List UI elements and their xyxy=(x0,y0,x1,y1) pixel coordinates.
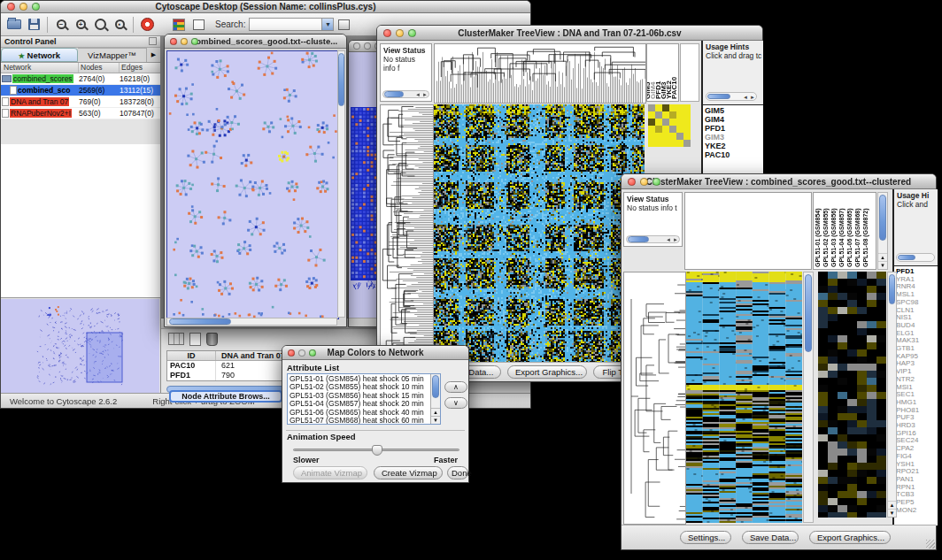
matrix-cell[interactable] xyxy=(662,126,669,133)
scroll-up-icon[interactable]: ▲ xyxy=(888,501,896,509)
close-icon[interactable] xyxy=(7,3,15,11)
tv2-heat-scrollbar[interactable] xyxy=(803,272,814,523)
scroll-down-icon[interactable]: ▼ xyxy=(431,416,440,424)
help-button[interactable] xyxy=(137,16,157,34)
move-up-button[interactable]: ∧ xyxy=(444,381,467,393)
matrix-cell[interactable] xyxy=(683,133,691,140)
done-button[interactable]: Done xyxy=(447,466,468,479)
scroll-down-icon[interactable]: ▼ xyxy=(888,509,896,517)
tv1-row-dendrogram[interactable] xyxy=(380,104,434,368)
vizmap-tool-button[interactable] xyxy=(169,16,189,34)
network-table-row[interactable]: DNA and Tran 07769(0)183728(0) xyxy=(1,96,160,108)
tv2-hints-scrollbar[interactable] xyxy=(896,253,935,262)
minimize-icon[interactable] xyxy=(364,42,371,50)
delete-attribute-icon[interactable] xyxy=(206,333,218,346)
col-edges[interactable]: Edges xyxy=(120,63,160,73)
resize-grip[interactable] xyxy=(926,540,935,548)
matrix-cell[interactable] xyxy=(648,133,655,140)
select-attributes-icon[interactable] xyxy=(168,333,184,345)
matrix-cell[interactable] xyxy=(669,126,676,133)
gene-label[interactable]: GIM4 xyxy=(703,115,763,124)
matrix-cell[interactable] xyxy=(655,104,662,111)
tv2-global-heatmap[interactable] xyxy=(686,272,802,523)
matrix-cell[interactable] xyxy=(655,111,662,119)
gene-label[interactable]: MON2 xyxy=(894,507,938,515)
minimize-icon[interactable] xyxy=(19,3,27,11)
animate-vizmap-button[interactable]: Animate Vizmap xyxy=(293,466,367,479)
gene-label[interactable]: YKE2 xyxy=(703,142,763,150)
matrix-cell[interactable] xyxy=(662,104,669,111)
chevron-down-icon[interactable]: ▼ xyxy=(321,19,333,30)
create-vizmap-button[interactable]: Create Vizmap xyxy=(374,466,443,479)
arrow-right-icon[interactable]: ► xyxy=(673,236,678,243)
tv2-zoom-scrollbar[interactable]: ▲ ▼ xyxy=(887,272,897,518)
tv2-collabels-scrollbar[interactable]: ▲ ▼ xyxy=(877,192,888,270)
matrix-cell[interactable] xyxy=(655,126,662,133)
matrix-cell[interactable] xyxy=(669,133,676,140)
matrix-cell[interactable] xyxy=(669,111,676,119)
open-button[interactable] xyxy=(4,16,24,34)
close-icon[interactable] xyxy=(170,38,177,45)
slider-thumb[interactable] xyxy=(372,445,382,456)
export-graphics-button[interactable]: Export Graphics... xyxy=(507,365,587,379)
matrix-cell[interactable] xyxy=(676,104,683,111)
tv1-hints-scrollbar[interactable]: ◄ ► xyxy=(706,92,757,101)
matrix-cell[interactable] xyxy=(662,119,669,126)
tv1-column-dendrogram[interactable] xyxy=(434,43,646,104)
matrix-cell[interactable] xyxy=(669,140,676,147)
matrix-cell[interactable] xyxy=(676,119,683,126)
network-table-row[interactable]: combined_scores2764(0)16218(0) xyxy=(1,73,160,85)
network-canvas[interactable] xyxy=(166,50,339,319)
matrix-cell[interactable] xyxy=(648,104,655,111)
zoom-window-icon[interactable] xyxy=(191,38,198,45)
new-attribute-icon[interactable] xyxy=(189,333,201,346)
zoom-fit-button[interactable] xyxy=(90,16,110,34)
dialog-titlebar[interactable]: Map Colors to Network xyxy=(282,346,468,360)
attribute-item[interactable]: GPL51-07 (GSM868) heat shock 60 min xyxy=(290,417,440,425)
matrix-cell[interactable] xyxy=(676,133,683,140)
matrix-cell[interactable] xyxy=(648,126,655,133)
matrix-cell[interactable] xyxy=(683,140,691,147)
tab-vizmapper[interactable]: VizMapper™ xyxy=(78,48,146,62)
matrix-cell[interactable] xyxy=(669,119,676,126)
network-vscrollbar[interactable] xyxy=(337,50,345,318)
matrix-cell[interactable] xyxy=(683,119,691,126)
tv2-column-dendrogram[interactable] xyxy=(684,192,812,270)
gene-label[interactable]: GIM5 xyxy=(703,106,763,115)
treeview2-titlebar[interactable]: ClusterMaker TreeView : combined_scores_… xyxy=(622,174,936,189)
matrix-cell[interactable] xyxy=(655,119,662,126)
matrix-cell[interactable] xyxy=(648,119,655,126)
zoom-window-icon[interactable] xyxy=(32,3,40,11)
attribute-browser-button[interactable] xyxy=(334,16,353,34)
arrow-left-icon[interactable]: ◄ xyxy=(415,91,421,98)
tv2-zoom-heatmap[interactable] xyxy=(818,272,886,518)
matrix-cell[interactable] xyxy=(655,140,662,147)
gene-label[interactable]: PFD1 xyxy=(703,124,763,133)
move-down-button[interactable]: ∨ xyxy=(444,397,467,409)
matrix-cell[interactable] xyxy=(662,133,669,140)
network-table-row[interactable]: combined_sco2569(6)13112(15) xyxy=(1,85,160,96)
tabs-more-button[interactable]: ▶ xyxy=(146,48,160,62)
birdseye-view-canvas[interactable] xyxy=(1,299,159,393)
network-window-titlebar[interactable]: combined_scores_good.txt--cluste... xyxy=(165,35,346,49)
search-input[interactable]: ▼ xyxy=(249,18,334,31)
tv1-status-scrollbar[interactable]: ◄ ► xyxy=(382,90,429,98)
attribute-list-scrollbar[interactable]: ▲ ▼ xyxy=(430,374,440,424)
minimize-icon[interactable] xyxy=(298,349,305,357)
col-network[interactable]: Network xyxy=(1,63,79,73)
zoom-window-icon[interactable] xyxy=(309,349,316,357)
zoom-out-button[interactable]: − xyxy=(51,16,71,34)
float-panel-icon[interactable] xyxy=(149,37,157,45)
arrow-left-icon[interactable]: ◄ xyxy=(666,236,671,243)
matrix-cell[interactable] xyxy=(662,140,669,147)
arrow-right-icon[interactable]: ► xyxy=(750,94,755,101)
minimize-icon[interactable] xyxy=(181,38,188,45)
zoom-selected-button[interactable]: ▪ xyxy=(110,16,129,34)
matrix-cell[interactable] xyxy=(676,111,683,119)
arrow-right-icon[interactable]: ► xyxy=(422,91,428,98)
data-col-id[interactable]: ID xyxy=(167,351,216,360)
col-nodes[interactable]: Nodes xyxy=(79,63,120,73)
matrix-cell[interactable] xyxy=(683,111,691,119)
window-controls[interactable] xyxy=(7,3,40,11)
matrix-cell[interactable] xyxy=(655,133,662,140)
